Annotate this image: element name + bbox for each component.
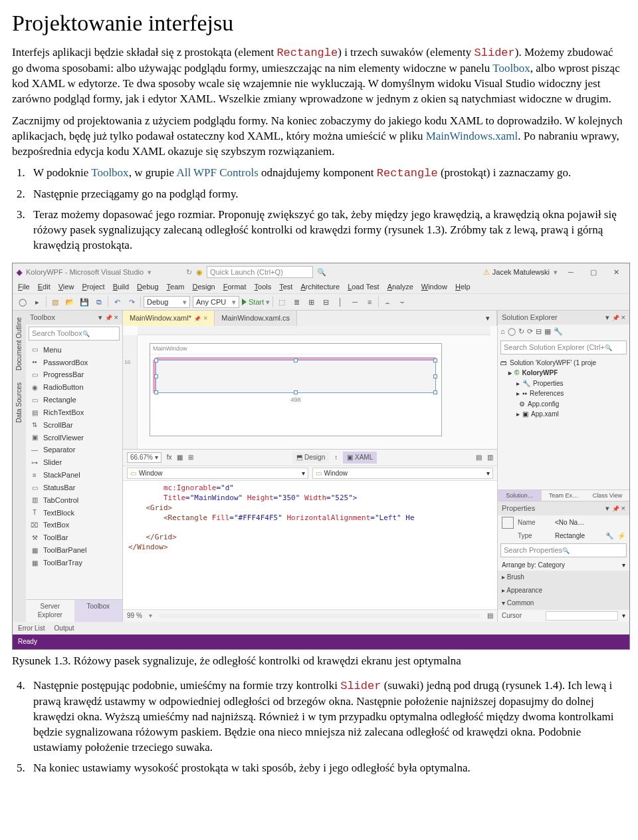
back-icon[interactable]: ◯: [508, 327, 516, 337]
search-icon[interactable]: 🔍: [317, 267, 326, 277]
toolbox-item-statusbar[interactable]: ▭StatusBar: [27, 482, 121, 494]
toolbox-item-richtextbox[interactable]: ▤RichTextBox: [27, 406, 121, 419]
tab-toolbox[interactable]: Toolbox: [74, 600, 123, 622]
dropdown-icon[interactable]: ▾: [605, 504, 609, 512]
arrange-by-label[interactable]: Arrange by: Category: [502, 561, 565, 570]
toolbox-item-toolbarpanel[interactable]: ▦ToolBarPanel: [27, 544, 121, 557]
toolbox-item-scrollviewer[interactable]: ▣ScrollViewer: [27, 432, 121, 444]
se-appconfig-node[interactable]: ⚙App.config: [500, 399, 627, 410]
collapse-icon[interactable]: ⊟: [536, 327, 542, 337]
title-chevron-icon[interactable]: ▾: [148, 267, 152, 277]
swap-panes-button[interactable]: ↕: [334, 453, 338, 462]
resize-handle[interactable]: [154, 358, 158, 362]
signed-in-user[interactable]: Jacek Matulewski: [483, 267, 550, 277]
design-tab-button[interactable]: ⬒ Design: [292, 452, 329, 464]
menu-debug[interactable]: Debug: [137, 282, 158, 292]
resize-handle[interactable]: [154, 390, 158, 394]
tab-error-list[interactable]: Error List: [18, 624, 45, 633]
events-icon[interactable]: ⚡: [617, 531, 625, 541]
effects-icon[interactable]: fx: [167, 453, 172, 462]
menu-file[interactable]: File: [18, 282, 30, 292]
align-top-button[interactable]: ⫟: [396, 296, 408, 308]
nav-fwd-button[interactable]: ▸: [31, 296, 43, 308]
show-all-icon[interactable]: ▦: [544, 327, 551, 337]
close-icon[interactable]: ×: [621, 313, 625, 321]
toolbox-item-slider[interactable]: ⊶Slider: [27, 456, 121, 469]
save-button[interactable]: 💾: [78, 296, 90, 308]
tab-solution[interactable]: Solution…: [498, 490, 542, 501]
toolbox-item-progressbar[interactable]: ▭ProgressBar: [27, 368, 121, 381]
se-properties-node[interactable]: ▸🔧Properties: [500, 378, 627, 389]
platform-combo[interactable]: Any CPU▾: [193, 296, 239, 308]
prop-group-brush[interactable]: ▸ Brush: [498, 571, 629, 584]
quick-launch-input[interactable]: Quick Launch (Ctrl+Q): [207, 266, 313, 278]
prop-group-appearance[interactable]: ▸ Appearance: [498, 584, 629, 597]
menu-test[interactable]: Test: [279, 282, 292, 292]
se-references-node[interactable]: ▸▪▪References: [500, 388, 627, 399]
config-combo[interactable]: Debug▾: [144, 296, 190, 308]
toolbar-btn[interactable]: ⬚: [276, 296, 288, 308]
save-all-button[interactable]: ⧉: [93, 296, 105, 308]
menu-help[interactable]: Help: [455, 282, 471, 292]
menu-analyze[interactable]: Analyze: [387, 282, 413, 292]
tab-overflow-chevron[interactable]: ▾: [479, 311, 497, 326]
properties-icon[interactable]: 🔧: [554, 327, 563, 337]
split-h-icon[interactable]: ▤: [476, 453, 482, 462]
menu-view[interactable]: View: [58, 282, 74, 292]
properties-search[interactable]: Search Properties: [500, 543, 627, 557]
split-v-icon[interactable]: ▥: [487, 453, 493, 462]
xaml-member-combo[interactable]: Window▾: [312, 468, 494, 480]
pin-icon[interactable]: [612, 504, 619, 512]
grid-icon[interactable]: ▦: [177, 453, 183, 462]
menu-window[interactable]: Window: [421, 282, 447, 292]
toolbar-btn[interactable]: │: [334, 296, 346, 308]
toolbox-item-stackpanel[interactable]: ≡StackPanel: [27, 469, 121, 482]
close-icon[interactable]: ×: [621, 504, 625, 512]
se-project-node[interactable]: ▸©KoloryWPF: [500, 368, 627, 378]
scroll-track[interactable]: [159, 614, 480, 618]
toolbar-btn[interactable]: ≣: [290, 296, 302, 308]
se-appxaml-node[interactable]: ▸▣App.xaml: [500, 409, 627, 420]
prop-group-common[interactable]: ▾ Common: [498, 597, 629, 610]
pin-icon[interactable]: [194, 313, 201, 323]
xaml-scope-combo[interactable]: Window▾: [127, 468, 308, 480]
split-icon[interactable]: ▤: [487, 611, 493, 621]
toolbox-search[interactable]: Search Toolbox: [29, 327, 120, 341]
toolbox-item-scrollbar[interactable]: ⇅ScrollBar: [27, 419, 121, 432]
se-search[interactable]: Search Solution Explorer (Ctrl+: [500, 341, 627, 354]
tab-mainwindow-cs[interactable]: MainWindow.xaml.cs: [215, 311, 297, 326]
start-button[interactable]: Start▾: [242, 297, 270, 307]
minimize-button[interactable]: ─: [562, 267, 580, 277]
undo-button[interactable]: ↶: [111, 296, 123, 308]
menu-design[interactable]: Design: [192, 282, 215, 292]
toolbar-btn[interactable]: ≡: [364, 296, 375, 308]
toolbox-item-textbox[interactable]: ⌧TextBox: [27, 519, 121, 531]
menu-architecture[interactable]: Architecture: [300, 282, 340, 292]
toolbox-item-menu[interactable]: ▭Menu: [27, 344, 121, 356]
menu-project[interactable]: Project: [82, 282, 104, 292]
resize-handle[interactable]: [294, 390, 298, 394]
tab-data-sources[interactable]: Data Sources: [15, 382, 24, 423]
sync-icon[interactable]: ↻: [518, 327, 524, 337]
maximize-button[interactable]: ▢: [584, 267, 603, 277]
resize-handle[interactable]: [433, 374, 437, 378]
toolbox-item-textblock[interactable]: TTextBlock: [27, 507, 121, 519]
toolbar-btn[interactable]: ─: [349, 296, 361, 308]
tab-server-explorer[interactable]: Server Explorer: [26, 600, 74, 622]
resize-handle[interactable]: [154, 374, 158, 378]
close-icon[interactable]: [203, 313, 207, 323]
prop-cursor-value[interactable]: [546, 611, 618, 621]
designer-surface[interactable]: 10 MainWindow 498: [123, 326, 497, 450]
dropdown-icon[interactable]: ▾: [98, 313, 102, 321]
design-window[interactable]: MainWindow 498: [150, 343, 442, 436]
zoom-combo[interactable]: 66.67% ▾: [127, 452, 161, 463]
menu-tools[interactable]: Tools: [255, 282, 272, 292]
menu-build[interactable]: Build: [113, 282, 129, 292]
xaml-tab-button[interactable]: ▣ XAML: [343, 452, 377, 464]
tab-output[interactable]: Output: [54, 624, 74, 633]
toolbox-item-toolbartray[interactable]: ▦ToolBarTray: [27, 557, 121, 569]
prop-name-value[interactable]: <No Na…: [555, 518, 584, 527]
align-left-button[interactable]: ⫠: [381, 296, 393, 308]
xaml-editor[interactable]: mc:Ignorable="d" Title="MainWindow" Heig…: [123, 481, 497, 609]
open-button[interactable]: 📂: [64, 296, 76, 308]
